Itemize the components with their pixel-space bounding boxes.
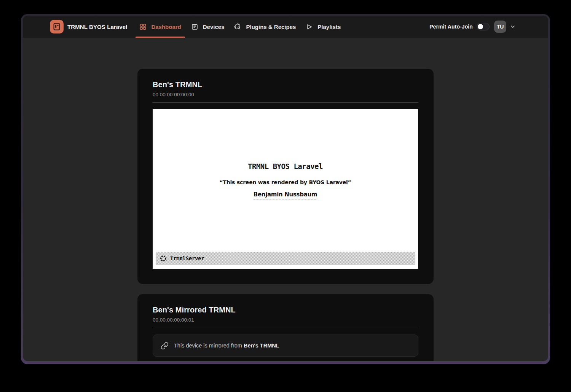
play-icon <box>306 23 313 30</box>
brand-title[interactable]: TRMNL BYOS Laravel <box>67 24 127 30</box>
screen-status-bar: TrmnlServer <box>156 252 415 265</box>
nav-item-plugins-recipes[interactable]: Plugins & Recipes <box>230 16 300 38</box>
device-card-bens-mirrored-trmnl: Ben's Mirrored TRMNL 00:00:00:00:00:01 T… <box>137 294 434 361</box>
toggle-knob <box>478 24 483 29</box>
nav-item-devices[interactable]: Devices <box>187 16 228 38</box>
puzzle-icon <box>234 23 241 30</box>
screen-author-row: Benjamin Nussbaum <box>153 191 418 199</box>
nav-label-plugins-recipes: Plugins & Recipes <box>246 24 296 30</box>
chevron-down-icon[interactable] <box>510 24 515 29</box>
card-divider <box>153 102 418 103</box>
device-list-icon <box>191 23 198 30</box>
device-name: Ben's TRMNL <box>153 80 418 89</box>
mirror-note-prefix: This device is mirrored from <box>174 343 244 349</box>
main-navigation: Dashboard Devices <box>136 16 345 38</box>
permit-auto-join-label: Permit Auto-Join <box>429 24 473 30</box>
screen-quote: “This screen was rendered by BYOS Larave… <box>153 179 418 185</box>
screen-title: TRMNL BYOS Laravel <box>153 162 418 171</box>
nav-label-devices: Devices <box>203 24 225 30</box>
screen-author: Benjamin Nussbaum <box>254 191 317 199</box>
device-mac-address: 00:00:00:00:00:00 <box>153 92 418 97</box>
app-window-frame: TRMNL BYOS Laravel Dashboard <box>21 14 550 364</box>
link-icon <box>161 342 169 350</box>
nav-label-dashboard: Dashboard <box>151 24 181 30</box>
device-card-bens-trmnl: Ben's TRMNL 00:00:00:00:00:00 TRMNL BYOS… <box>137 69 434 284</box>
trmnl-device-icon <box>52 22 61 31</box>
mirror-source-device: Ben's TRMNL <box>244 343 279 349</box>
mirror-info-box: This device is mirrored from Ben's TRMNL <box>153 335 418 357</box>
nav-item-playlists[interactable]: Playlists <box>302 16 345 38</box>
permit-auto-join-toggle[interactable] <box>477 23 490 30</box>
device-name: Ben's Mirrored TRMNL <box>153 306 418 314</box>
dashboard-content: Ben's TRMNL 00:00:00:00:00:00 TRMNL BYOS… <box>23 38 548 361</box>
app-logo[interactable] <box>50 20 64 33</box>
desktop-background: TRMNL BYOS Laravel Dashboard <box>0 0 571 392</box>
mirror-note: This device is mirrored from Ben's TRMNL <box>174 343 279 349</box>
user-avatar[interactable]: TU <box>494 21 506 33</box>
device-screen-preview: TRMNL BYOS Laravel “This screen was rend… <box>153 109 418 269</box>
nav-item-dashboard[interactable]: Dashboard <box>136 16 185 38</box>
navbar-right-group: Permit Auto-Join TU <box>429 21 515 33</box>
app-window: TRMNL BYOS Laravel Dashboard <box>23 16 548 361</box>
card-divider <box>153 328 418 328</box>
screen-statusbar-label: TrmnlServer <box>170 255 204 261</box>
grid-icon <box>139 23 147 30</box>
device-mac-address: 00:00:00:00:00:01 <box>153 317 418 323</box>
nav-label-playlists: Playlists <box>317 24 341 30</box>
spinner-icon <box>160 255 167 262</box>
top-navbar: TRMNL BYOS Laravel Dashboard <box>23 16 548 38</box>
